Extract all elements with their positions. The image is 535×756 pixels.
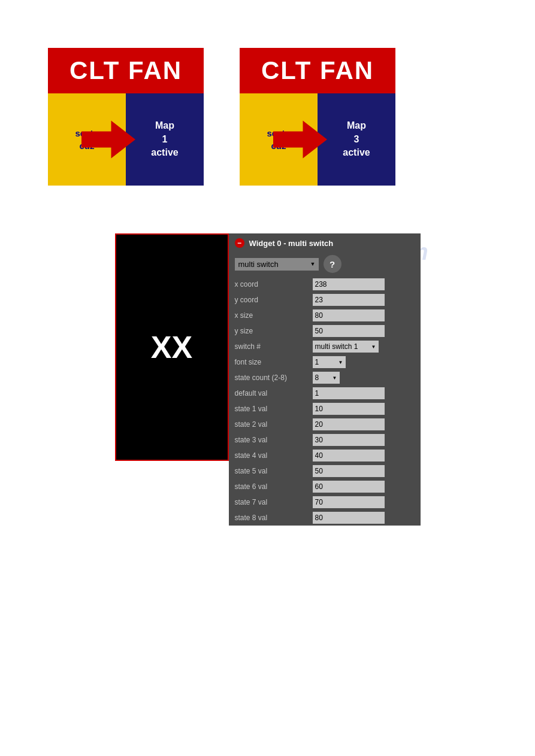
state-count-select[interactable]: 2 3 4 5 6 7 8 bbox=[313, 372, 340, 384]
field-input-default-val[interactable] bbox=[313, 387, 385, 399]
field-label-state5-val: state 5 val bbox=[235, 467, 313, 475]
font-size-select-wrapper: 1 2 3 4 bbox=[313, 356, 346, 368]
field-row-xcoord: x coord bbox=[229, 277, 421, 292]
field-input-xsize[interactable] bbox=[313, 309, 385, 321]
field-row-font-size: font size 1 2 3 4 bbox=[229, 354, 421, 370]
clt-title-left: CLT FAN bbox=[48, 48, 204, 93]
field-row-state6-val: state 6 val bbox=[229, 479, 421, 494]
field-row-state7-val: state 7 val bbox=[229, 494, 421, 510]
font-size-select[interactable]: 1 2 3 4 bbox=[313, 356, 346, 368]
clt-widget-right: CLT FAN seato cuz Map 3 active bbox=[240, 48, 395, 186]
field-input-ycoord[interactable] bbox=[313, 294, 385, 306]
field-row-xsize: x size bbox=[229, 308, 421, 323]
field-input-state7-val[interactable] bbox=[313, 496, 385, 508]
editor-preview-text: XX bbox=[151, 329, 192, 365]
field-row-ysize: y size bbox=[229, 323, 421, 339]
field-label-state8-val: state 8 val bbox=[235, 514, 313, 522]
field-row-state1-val: state 1 val bbox=[229, 401, 421, 417]
field-label-default-val: default val bbox=[235, 389, 313, 397]
help-button[interactable]: ? bbox=[324, 255, 341, 273]
field-input-state5-val[interactable] bbox=[313, 465, 385, 477]
clt-left-panel-left: seato cuz bbox=[48, 93, 126, 186]
field-input-ysize[interactable] bbox=[313, 325, 385, 337]
field-label-state-count: state count (2-8) bbox=[235, 374, 313, 382]
clt-bottom-right: seato cuz Map 3 active bbox=[240, 93, 395, 186]
field-row-ycoord: y coord bbox=[229, 292, 421, 308]
field-row-state4-val: state 4 val bbox=[229, 448, 421, 463]
field-label-font-size: font size bbox=[235, 358, 313, 366]
field-row-state-count: state count (2-8) 2 3 4 5 6 7 8 bbox=[229, 370, 421, 385]
clt-widget-left: CLT FAN seato cuz Map 1 active bbox=[48, 48, 204, 186]
field-input-state2-val[interactable] bbox=[313, 418, 385, 430]
clt-right-panel-right: Map 3 active bbox=[318, 93, 395, 186]
clt-right-text-left: Map 1 active bbox=[151, 119, 178, 159]
field-label-ysize: y size bbox=[235, 327, 313, 335]
state-count-select-wrapper: 2 3 4 5 6 7 8 bbox=[313, 372, 340, 384]
red-arrow-left bbox=[81, 119, 135, 160]
editor-header: − Widget 0 - multi switch bbox=[229, 233, 421, 253]
field-row-state2-val: state 2 val bbox=[229, 417, 421, 432]
field-label-state6-val: state 6 val bbox=[235, 482, 313, 491]
field-row-state3-val: state 3 val bbox=[229, 432, 421, 448]
svg-marker-1 bbox=[273, 121, 327, 159]
editor-section: XX − Widget 0 - multi switch multi switc… bbox=[0, 221, 535, 561]
svg-marker-0 bbox=[81, 121, 135, 159]
clt-right-text-right: Map 3 active bbox=[343, 119, 370, 159]
editor-widget-type-row: multi switch switch button label ? bbox=[229, 253, 421, 277]
field-label-state4-val: state 4 val bbox=[235, 451, 313, 460]
field-row-state8-val: state 8 val bbox=[229, 510, 421, 526]
field-row-switch-num: switch # multi switch 1 multi switch 2 bbox=[229, 339, 421, 354]
field-label-state2-val: state 2 val bbox=[235, 420, 313, 429]
field-label-state3-val: state 3 val bbox=[235, 436, 313, 444]
switch-num-select-wrapper: multi switch 1 multi switch 2 bbox=[313, 341, 379, 353]
field-input-state1-val[interactable] bbox=[313, 403, 385, 415]
field-input-state3-val[interactable] bbox=[313, 434, 385, 446]
editor-minus-button[interactable]: − bbox=[235, 238, 244, 248]
field-label-switch-num: switch # bbox=[235, 342, 313, 351]
field-input-state8-val[interactable] bbox=[313, 512, 385, 524]
field-label-ycoord: y coord bbox=[235, 296, 313, 304]
clt-title-right: CLT FAN bbox=[240, 48, 395, 93]
field-row-state5-val: state 5 val bbox=[229, 463, 421, 479]
field-label-xcoord: x coord bbox=[235, 280, 313, 289]
field-label-state7-val: state 7 val bbox=[235, 498, 313, 506]
widgets-row: CLT FAN seato cuz Map 1 active CLT bbox=[0, 0, 535, 221]
widget-type-select[interactable]: multi switch switch button label bbox=[235, 258, 319, 271]
field-label-state1-val: state 1 val bbox=[235, 405, 313, 413]
field-label-xsize: x size bbox=[235, 311, 313, 320]
clt-left-panel-right: seato cuz bbox=[240, 93, 318, 186]
widget-type-select-wrapper: multi switch switch button label bbox=[235, 258, 319, 271]
editor-preview: XX bbox=[115, 233, 229, 461]
editor-panel: − Widget 0 - multi switch multi switch s… bbox=[229, 233, 421, 526]
editor-title: Widget 0 - multi switch bbox=[249, 239, 334, 248]
field-input-state4-val[interactable] bbox=[313, 450, 385, 462]
clt-bottom-left: seato cuz Map 1 active bbox=[48, 93, 204, 186]
field-row-default-val: default val bbox=[229, 385, 421, 401]
red-arrow-right bbox=[273, 119, 327, 160]
field-input-xcoord[interactable] bbox=[313, 278, 385, 290]
clt-right-panel-left: Map 1 active bbox=[126, 93, 204, 186]
field-input-state6-val[interactable] bbox=[313, 481, 385, 493]
editor-fields: x coord y coord x size y size switch # bbox=[229, 277, 421, 526]
switch-num-select[interactable]: multi switch 1 multi switch 2 bbox=[313, 341, 379, 353]
